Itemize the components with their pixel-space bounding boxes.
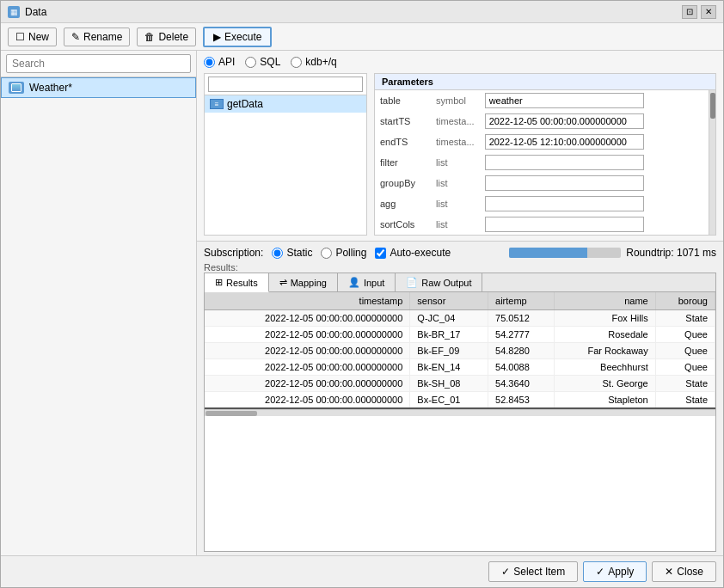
results-label: Results: [204, 262, 716, 273]
mapping-tab-label: Mapping [291, 278, 327, 288]
query-body: ≡ getData Parameters table symbol [204, 73, 716, 236]
query-section: API SQL kdb+/q [197, 51, 723, 242]
scrollbar-thumb[interactable] [206, 411, 257, 416]
param-type: list [431, 152, 480, 173]
table-row: 2022-12-05 00:00:00.000000000 Bk-EN_14 5… [205, 359, 715, 376]
cell-borough: State [655, 376, 715, 392]
checkbox-autoexecute[interactable]: Auto-execute [375, 247, 451, 259]
select-item-label: Select Item [513, 566, 565, 578]
param-name: filter [375, 152, 431, 173]
param-row: endTS timesta... [375, 132, 709, 152]
polling-label: Polling [335, 247, 366, 259]
radio-api[interactable]: API [204, 56, 235, 68]
cell-airtemp: 54.0088 [488, 359, 555, 376]
param-name: groupBy [375, 173, 431, 193]
param-input[interactable] [485, 113, 644, 129]
param-name: agg [375, 193, 431, 214]
params-scrollbar[interactable] [709, 90, 715, 235]
restore-button[interactable]: ⊡ [682, 5, 697, 19]
sidebar-item-label: Weather* [29, 82, 72, 94]
tab-mapping[interactable]: ⇌ Mapping [269, 273, 338, 291]
rename-label: Rename [83, 31, 122, 43]
data-table: timestamp sensor airtemp name boroug 202… [205, 292, 715, 409]
cell-sensor: Bk-EN_14 [410, 359, 488, 376]
param-value-cell [480, 132, 709, 152]
table-header: timestamp sensor airtemp name boroug [205, 292, 715, 310]
new-button[interactable]: ☐ New [8, 28, 57, 46]
app-icon: ▦ [8, 6, 20, 18]
sidebar-item-weather[interactable]: Weather* [1, 77, 196, 98]
param-input[interactable] [485, 217, 644, 232]
subscription-label: Subscription: [204, 247, 263, 259]
tab-input[interactable]: 👤 Input [338, 273, 396, 291]
radio-kdb[interactable]: kdb+/q [291, 56, 336, 68]
cell-borough: Quee [655, 359, 715, 376]
cell-sensor: Bk-EF_09 [410, 343, 488, 359]
close-window-button[interactable]: ✕ [701, 5, 716, 19]
param-value-cell [480, 173, 709, 193]
param-input[interactable] [485, 93, 644, 108]
results-section: Subscription: Static Polling Auto-execut… [197, 242, 723, 555]
apply-button[interactable]: ✓ Apply [583, 561, 647, 582]
raw-output-tab-label: Raw Output [421, 278, 471, 288]
select-item-button[interactable]: ✓ Select Item [488, 561, 578, 582]
table-row: 2022-12-05 00:00:00.000000000 Bk-EF_09 5… [205, 343, 715, 359]
param-input[interactable] [485, 155, 644, 170]
param-row: agg list [375, 193, 709, 214]
param-input[interactable] [485, 175, 644, 191]
cell-airtemp: 54.8280 [488, 343, 555, 359]
toolbar: ☐ New ✎ Rename 🗑 Delete ▶ Execute [1, 23, 723, 51]
param-type: list [431, 214, 480, 235]
input-tab-label: Input [364, 278, 384, 288]
cell-name: Beechhurst [554, 359, 655, 376]
autoexecute-label: Auto-execute [390, 247, 451, 259]
tab-results[interactable]: ⊞ Results [205, 273, 269, 292]
radio-sql[interactable]: SQL [245, 56, 280, 68]
table-row: 2022-12-05 00:00:00.000000000 Q-JC_04 75… [205, 310, 715, 327]
roundtrip-bar: Roundtrip: 1071 ms [509, 247, 716, 259]
horizontal-scrollbar[interactable] [205, 409, 715, 416]
cell-borough: State [655, 310, 715, 327]
table-row: 2022-12-05 00:00:00.000000000 Bk-BR_17 5… [205, 327, 715, 343]
delete-icon: 🗑 [144, 31, 155, 43]
results-tab-label: Results [226, 278, 258, 288]
sidebar: Weather* [1, 51, 197, 555]
cell-airtemp: 54.3640 [488, 376, 555, 392]
params-table: table symbol startTS timesta... endTS ti… [375, 90, 709, 235]
subscription-bar: Subscription: Static Polling Auto-execut… [204, 245, 716, 260]
query-mode-group: API SQL kdb+/q [204, 56, 716, 68]
param-row: groupBy list [375, 173, 709, 193]
cell-sensor: Q-JC_04 [410, 310, 488, 327]
param-input[interactable] [485, 134, 644, 150]
right-panel: API SQL kdb+/q [197, 51, 723, 555]
footer-bar: ✓ Select Item ✓ Apply ✕ Close [1, 555, 723, 587]
radio-static[interactable]: Static [272, 247, 312, 259]
raw-output-tab-icon: 📄 [406, 277, 418, 288]
close-button[interactable]: ✕ Close [652, 561, 716, 582]
execute-button[interactable]: ▶ Execute [203, 27, 272, 47]
cell-airtemp: 54.2777 [488, 327, 555, 343]
cell-sensor: Bk-BR_17 [410, 327, 488, 343]
radio-sql-label: SQL [260, 56, 280, 68]
param-row: startTS timesta... [375, 111, 709, 132]
param-input[interactable] [485, 196, 644, 211]
mapping-tab-icon: ⇌ [279, 277, 287, 288]
param-value-cell [480, 152, 709, 173]
param-value-cell [480, 90, 709, 111]
delete-button[interactable]: 🗑 Delete [137, 28, 196, 46]
radio-polling[interactable]: Polling [321, 247, 366, 259]
close-icon: ✕ [665, 566, 673, 578]
new-label: New [28, 31, 49, 43]
table-body: 2022-12-05 00:00:00.000000000 Q-JC_04 75… [205, 310, 715, 409]
function-search-input[interactable] [208, 77, 363, 92]
rename-button[interactable]: ✎ Rename [64, 28, 130, 46]
radio-api-label: API [218, 56, 235, 68]
new-icon: ☐ [15, 31, 25, 43]
tab-raw-output[interactable]: 📄 Raw Output [396, 273, 482, 291]
function-item-getdata[interactable]: ≡ getData [205, 95, 366, 113]
cell-borough: Quee [655, 327, 715, 343]
param-value-cell [480, 111, 709, 132]
search-input[interactable] [6, 54, 191, 73]
title-bar: ▦ Data ⊡ ✕ [1, 1, 723, 23]
cell-timestamp: 2022-12-05 00:00:00.000000000 [205, 376, 410, 392]
